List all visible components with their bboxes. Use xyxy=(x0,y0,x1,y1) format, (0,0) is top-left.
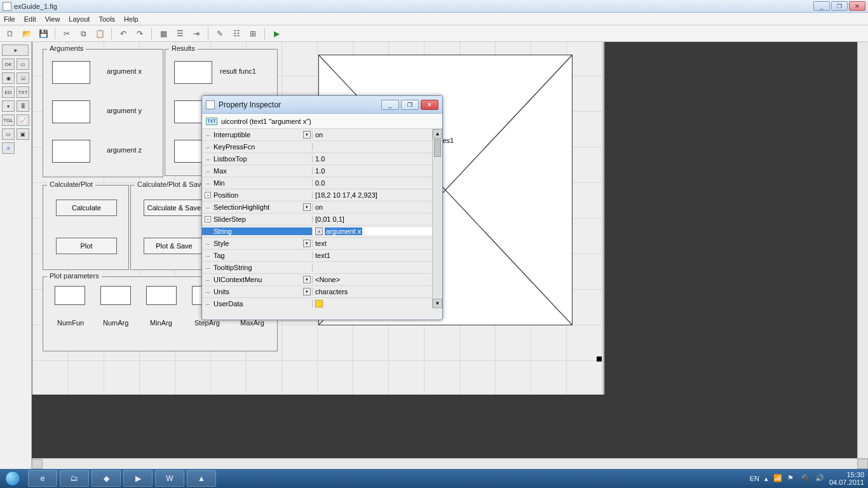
pushbutton-icon[interactable]: OK xyxy=(2,58,15,70)
dialog-minimize-button[interactable]: _ xyxy=(381,100,399,110)
property-inspector-dialog[interactable]: Property Inspector _ ❐ ✕ TXT uicontrol (… xyxy=(201,95,443,320)
property-row-units[interactable]: –Units▾characters xyxy=(202,286,432,298)
expand-icon[interactable]: + xyxy=(205,216,211,222)
open-icon[interactable]: 📂 xyxy=(20,27,33,40)
save-icon[interactable]: 💾 xyxy=(37,27,50,40)
property-value[interactable]: <None> xyxy=(313,276,432,283)
string-edit-icon[interactable]: ≡ xyxy=(315,227,323,235)
taskbar-ie[interactable]: e xyxy=(28,470,57,487)
property-row-interruptible[interactable]: –Interruptible▾on xyxy=(202,129,432,141)
plot-save-button[interactable]: Plot & Save xyxy=(144,238,205,254)
property-row-tooltipstring[interactable]: –TooltipString xyxy=(202,262,432,274)
property-row-keypressfcn[interactable]: –KeyPressFcn xyxy=(202,141,432,153)
minimize-button[interactable]: _ xyxy=(813,1,830,11)
activex-icon[interactable]: X xyxy=(2,142,15,154)
property-value[interactable]: ≡argument x xyxy=(313,227,432,235)
dropdown-icon[interactable]: ▾ xyxy=(303,131,311,139)
scroll-up-icon[interactable]: ▲ xyxy=(433,129,442,139)
buttongroup-icon[interactable]: ▣ xyxy=(17,128,29,140)
property-value[interactable]: [0,01 0,1] xyxy=(313,215,432,223)
mfile-editor-icon[interactable]: ✎ xyxy=(214,27,226,40)
horizontal-scrollbar[interactable] xyxy=(32,458,868,469)
vertical-scrollbar[interactable] xyxy=(857,42,868,458)
scroll-right-icon[interactable] xyxy=(857,459,868,469)
property-value[interactable]: [18,2 10 17,4 2,923] xyxy=(313,191,432,199)
edit-argx[interactable] xyxy=(52,61,90,84)
network-icon[interactable]: 📶 xyxy=(773,474,782,483)
edit-argz[interactable] xyxy=(52,140,90,163)
menu-tools[interactable]: Tools xyxy=(98,15,115,23)
property-row-tag[interactable]: –Tagtext1 xyxy=(202,250,432,262)
calculate-button[interactable]: Calculate xyxy=(56,200,117,216)
taskbar-explorer[interactable]: 🗂 xyxy=(60,470,89,487)
property-row-style[interactable]: –Style▾text xyxy=(202,238,432,250)
property-row-uicontextmenu[interactable]: –UIContextMenu▾<None> xyxy=(202,274,432,286)
menu-editor-icon[interactable]: ☰ xyxy=(173,27,186,40)
paste-icon[interactable]: 📋 xyxy=(93,27,106,40)
cut-icon[interactable]: ✂ xyxy=(60,27,73,40)
select-tool-icon[interactable]: ➤ xyxy=(2,44,29,56)
edittext-icon[interactable]: ED xyxy=(2,86,15,98)
property-row-sliderstep[interactable]: +SliderStep[0,01 0,1] xyxy=(202,214,432,226)
tab-order-icon[interactable]: ⇥ xyxy=(190,27,203,40)
scrollbar-thumb[interactable] xyxy=(434,139,441,157)
dialog-close-button[interactable]: ✕ xyxy=(421,100,438,110)
copy-icon[interactable]: ⧉ xyxy=(77,27,90,40)
edit-argy[interactable] xyxy=(52,100,90,123)
tray-chevron-icon[interactable]: ▴ xyxy=(764,475,768,483)
property-value[interactable]: characters xyxy=(313,288,432,295)
menu-edit[interactable]: Edit xyxy=(24,15,36,23)
maximize-button[interactable]: ❐ xyxy=(831,1,848,11)
property-row-min[interactable]: –Min0.0 xyxy=(202,177,432,189)
property-value[interactable]: on xyxy=(313,131,432,139)
property-row-listboxtop[interactable]: –ListboxTop1.0 xyxy=(202,153,432,165)
expand-icon[interactable]: + xyxy=(205,192,211,198)
menu-help[interactable]: Help xyxy=(124,15,139,23)
checkbox-icon[interactable]: ☑ xyxy=(17,72,29,84)
taskbar-media[interactable]: ▶ xyxy=(123,470,153,487)
taskbar-word[interactable]: W xyxy=(155,470,184,487)
dialog-maximize-button[interactable]: ❐ xyxy=(401,100,419,110)
close-button[interactable]: ✕ xyxy=(849,1,865,11)
dropdown-icon[interactable]: ▾ xyxy=(303,240,311,247)
property-value[interactable] xyxy=(313,300,432,308)
dropdown-icon[interactable]: ▾ xyxy=(303,288,311,295)
volume-icon[interactable]: 🔊 xyxy=(815,474,824,483)
property-row-max[interactable]: –Max1.0 xyxy=(202,165,432,177)
radiobutton-icon[interactable]: ◉ xyxy=(2,72,15,84)
dropdown-icon[interactable]: ▾ xyxy=(303,203,311,211)
statictext-icon[interactable]: TXT xyxy=(17,86,29,98)
panel-arguments[interactable]: Arguments argument x argument y argument… xyxy=(43,49,163,177)
property-value[interactable]: 0.0 xyxy=(313,179,432,187)
scroll-left-icon[interactable] xyxy=(32,459,43,469)
panel-calcplot[interactable]: Calculate/Plot Calculate Plot xyxy=(43,185,129,270)
scroll-down-icon[interactable]: ▼ xyxy=(433,299,442,308)
menu-layout[interactable]: Layout xyxy=(69,15,90,23)
plot-button[interactable]: Plot xyxy=(56,238,117,254)
taskbar-matlab[interactable]: ▲ xyxy=(187,470,216,487)
edit-numarg[interactable] xyxy=(100,286,131,305)
property-row-position[interactable]: +Position[18,2 10 17,4 2,923] xyxy=(202,189,432,201)
togglebutton-icon[interactable]: TGL xyxy=(2,114,15,126)
menu-view[interactable]: View xyxy=(45,15,60,23)
slider-icon[interactable]: ▭ xyxy=(17,58,29,70)
property-row-selectionhighlight[interactable]: –SelectionHighlight▾on xyxy=(202,201,432,214)
edit-minarg[interactable] xyxy=(146,286,177,305)
new-icon[interactable]: 🗋 xyxy=(4,27,17,40)
popupmenu-icon[interactable]: ▾ xyxy=(2,100,15,112)
run-icon[interactable]: ▶ xyxy=(270,27,283,40)
property-value[interactable]: 1.0 xyxy=(313,167,432,175)
edit-result1[interactable] xyxy=(174,61,212,84)
property-value[interactable]: on xyxy=(313,203,432,211)
redo-icon[interactable]: ↷ xyxy=(133,27,146,40)
power-icon[interactable]: 🔌 xyxy=(801,474,810,483)
property-value[interactable]: text1 xyxy=(313,252,432,259)
taskbar-app1[interactable]: ◆ xyxy=(92,470,121,487)
dropdown-icon[interactable]: ▾ xyxy=(303,276,311,283)
dialog-title-bar[interactable]: Property Inspector _ ❐ ✕ xyxy=(202,96,442,114)
property-row-userdata[interactable]: –UserData xyxy=(202,298,432,308)
panel-icon[interactable]: ▭ xyxy=(2,128,15,140)
property-value[interactable]: text xyxy=(313,240,432,247)
userdata-grid-icon[interactable] xyxy=(315,300,323,308)
clock[interactable]: 15:30 04.07.2011 xyxy=(829,471,864,486)
